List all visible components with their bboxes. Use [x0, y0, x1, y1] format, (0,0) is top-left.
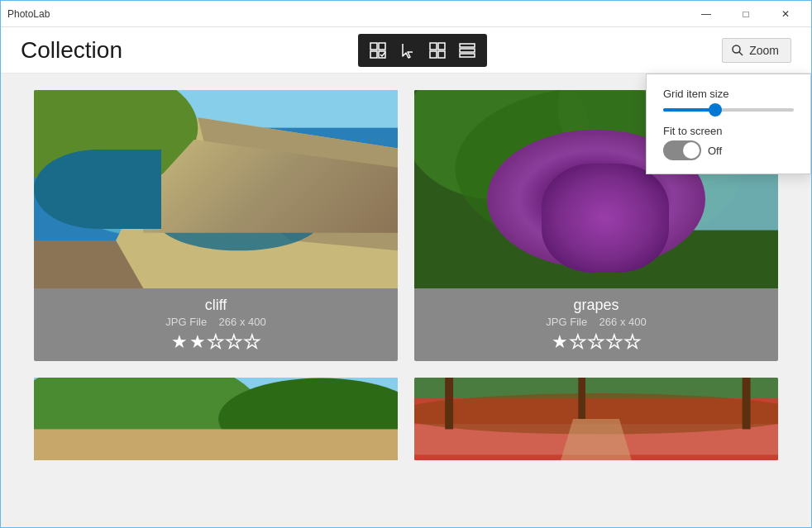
page-title: Collection: [21, 37, 122, 64]
svg-point-36: [555, 209, 577, 231]
svg-point-39: [570, 148, 578, 156]
svg-point-31: [585, 185, 614, 214]
toolbar: Collection: [1, 27, 811, 74]
star-1: ★: [552, 331, 568, 353]
svg-point-27: [590, 143, 617, 169]
star-3: ★: [208, 331, 224, 353]
star-5: ★: [624, 331, 641, 353]
svg-point-19: [34, 90, 198, 189]
titlebar-controls: — □ ✕: [687, 1, 805, 27]
svg-rect-46: [34, 429, 398, 460]
svg-point-15: [64, 159, 310, 240]
search-icon: [731, 44, 744, 57]
star-2: ★: [570, 331, 586, 353]
grapes-name: grapes: [423, 297, 770, 314]
select-all-icon[interactable]: [366, 39, 389, 62]
app-title: PhotoLab: [7, 8, 50, 20]
maximize-button[interactable]: □: [727, 1, 765, 27]
svg-line-12: [739, 52, 743, 55]
zoom-label: Zoom: [749, 44, 779, 57]
svg-point-26: [564, 144, 593, 173]
fit-to-screen-toggle[interactable]: [663, 140, 701, 160]
toggle-knob: [683, 142, 700, 159]
svg-point-33: [612, 185, 637, 210]
svg-point-35: [599, 207, 624, 232]
fit-to-screen-row: Fit to screen: [663, 125, 794, 137]
star-1: ★: [171, 331, 188, 353]
item3-image: [34, 378, 398, 460]
cliff-name: cliff: [42, 297, 389, 314]
svg-point-29: [601, 164, 628, 190]
svg-rect-9: [460, 49, 475, 52]
svg-rect-7: [438, 51, 445, 58]
cliff-stars: ★ ★ ★ ★ ★: [42, 331, 389, 353]
svg-rect-6: [430, 51, 437, 58]
svg-rect-53: [578, 378, 585, 419]
star-5: ★: [244, 331, 260, 353]
star-3: ★: [588, 331, 604, 353]
svg-point-20: [157, 189, 321, 250]
titlebar: PhotoLab — □ ✕: [1, 1, 811, 27]
svg-point-30: [550, 165, 576, 192]
svg-point-34: [576, 209, 602, 235]
svg-rect-1: [379, 43, 385, 50]
svg-rect-2: [370, 51, 377, 58]
svg-rect-52: [743, 378, 751, 429]
svg-point-37: [586, 228, 611, 253]
svg-rect-5: [438, 43, 445, 50]
svg-rect-51: [445, 378, 453, 429]
slider-track: [663, 108, 794, 112]
grid-item-size-label: Grid item size: [663, 88, 794, 100]
cliff-thumbnail: [34, 90, 398, 288]
app-window: PhotoLab — □ ✕ Collection: [0, 0, 812, 528]
zoom-popup: Grid item size Fit to screen Off: [646, 74, 811, 174]
star-2: ★: [189, 331, 206, 353]
toggle-row: Off: [663, 140, 794, 160]
svg-rect-10: [460, 54, 475, 57]
slider-fill: [663, 108, 715, 112]
svg-point-41: [580, 169, 589, 177]
grapes-meta: JPG File 266 x 400: [423, 316, 770, 328]
grapes-stars: ★ ★ ★ ★ ★: [423, 331, 770, 353]
svg-point-32: [563, 188, 590, 215]
view-mode-group: [358, 34, 487, 67]
zoom-button[interactable]: Zoom: [722, 38, 791, 63]
toggle-off-label: Off: [708, 145, 722, 157]
close-button[interactable]: ✕: [767, 1, 805, 27]
item4-image: [414, 378, 778, 460]
svg-point-11: [733, 45, 740, 53]
slider-thumb[interactable]: [709, 103, 722, 117]
minimize-button[interactable]: —: [687, 1, 725, 27]
cursor-icon[interactable]: [396, 39, 419, 62]
svg-rect-0: [370, 43, 377, 50]
svg-point-40: [597, 147, 603, 153]
cliff-meta: JPG File 266 x 400: [42, 316, 389, 328]
list-view-icon[interactable]: [456, 39, 479, 62]
grid-size-slider-container: [663, 108, 794, 112]
grid-view-icon[interactable]: [426, 39, 449, 62]
fit-to-screen-label: Fit to screen: [663, 125, 723, 137]
grapes-info: grapes JPG File 266 x 400 ★ ★ ★ ★ ★: [414, 288, 778, 361]
grid-item-4[interactable]: [414, 378, 778, 460]
star-4: ★: [606, 331, 623, 353]
cliff-info: cliff JPG File 266 x 400 ★ ★ ★ ★ ★: [34, 288, 398, 361]
svg-rect-8: [460, 44, 475, 47]
star-4: ★: [226, 331, 242, 353]
svg-rect-4: [430, 43, 437, 50]
cliff-image: [34, 90, 398, 288]
svg-point-38: [565, 231, 587, 254]
grid-item-3[interactable]: [34, 378, 398, 460]
toolbar-center: [358, 34, 487, 67]
grid-item-cliff[interactable]: cliff JPG File 266 x 400 ★ ★ ★ ★ ★: [34, 90, 398, 361]
toolbar-right: Zoom: [722, 38, 791, 63]
svg-point-28: [574, 164, 603, 193]
